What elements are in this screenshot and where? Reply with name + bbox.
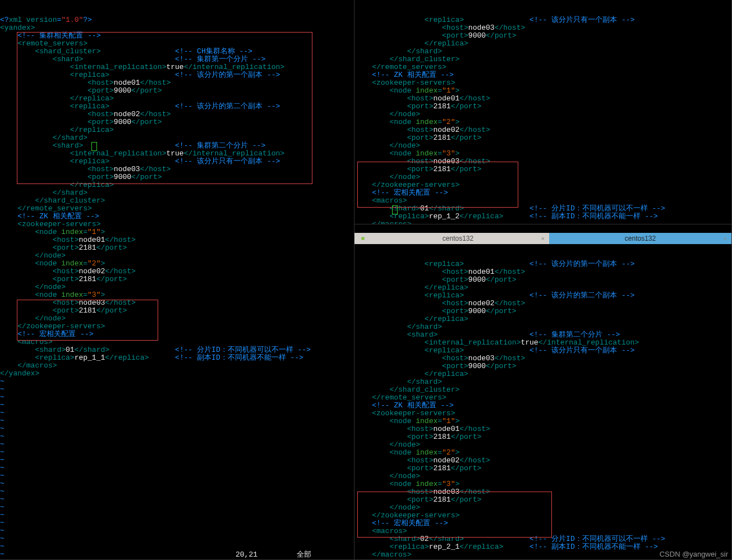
terminal-tabs: centos132× centos132× <box>355 233 731 244</box>
close-icon[interactable]: × <box>541 235 545 242</box>
traffic-light <box>355 237 367 240</box>
xml-code-left: <?xml version="1.0"?> <yandex> <!-- 集群相关… <box>0 8 354 560</box>
tab-centos-2[interactable]: centos132× <box>549 233 731 244</box>
xml-code-br: <replica> <!-- 该分片的第一个副本 --> <host>node0… <box>355 253 731 559</box>
watermark: CSDN @yangwei_sir <box>660 550 728 558</box>
close-icon[interactable]: × <box>724 235 727 242</box>
terminal-pane-left[interactable]: <?xml version="1.0"?> <yandex> <!-- 集群相关… <box>0 0 355 560</box>
vim-status-bar: 20,21 全部 <box>0 549 354 559</box>
terminal-pane-top-right[interactable]: <replica> <!-- 该分片只有一个副本 --> <host>node0… <box>355 0 732 224</box>
xml-code-tr: <replica> <!-- 该分片只有一个副本 --> <host>node0… <box>355 8 731 224</box>
terminal-pane-bottom-right[interactable]: centos132× centos132× <replica> <!-- 该分片… <box>355 224 732 560</box>
tab-centos-1[interactable]: centos132× <box>367 233 549 244</box>
